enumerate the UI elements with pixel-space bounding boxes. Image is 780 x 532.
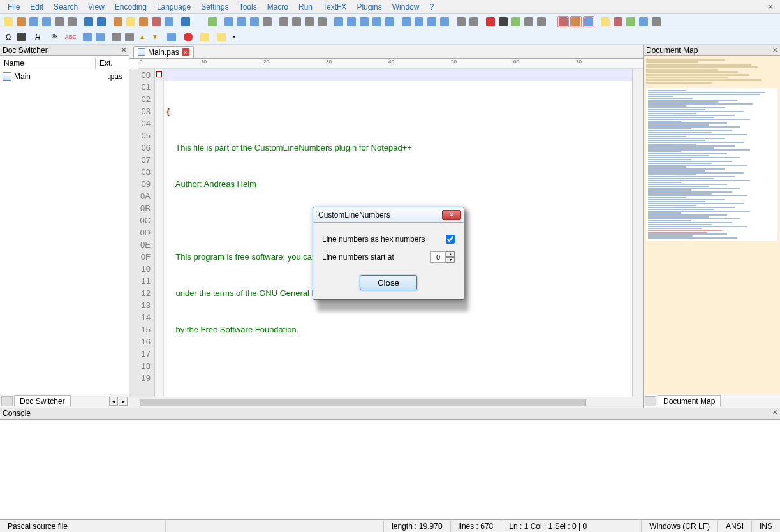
document-map-tab[interactable]: Document Map [658,395,721,406]
plugin-b-icon[interactable] [570,16,582,27]
sync-h-icon[interactable] [439,16,450,27]
file-tab-close-icon[interactable]: × [182,48,189,56]
comment-icon[interactable] [304,16,315,27]
plugin-e-icon[interactable] [612,16,624,27]
menu-macro[interactable]: Macro [262,1,293,13]
docmap-tab-icon[interactable] [645,396,656,406]
tb2-case2-icon[interactable] [124,31,135,43]
menu-language[interactable]: Language [152,1,196,13]
doc-switcher-col-name[interactable]: Name [0,57,96,69]
tb2-dropdown-icon[interactable]: ▾ [228,31,240,43]
menu-window[interactable]: Window [387,1,425,13]
paste-icon[interactable] [138,16,149,27]
open-file-icon[interactable] [15,16,27,27]
menu-edit[interactable]: Edit [25,1,48,13]
plugin-h-icon[interactable] [651,16,662,27]
close-button[interactable]: Close [360,275,417,290]
grid2-icon[interactable] [468,16,480,27]
spin-up-icon[interactable]: ▴ [446,251,455,257]
menu-tools[interactable]: Tools [234,1,262,13]
document-map-close-icon[interactable]: ✕ [772,47,777,54]
close-icon[interactable] [54,16,65,27]
tb2-ball-icon[interactable] [182,31,194,43]
doc-switcher-row[interactable]: Main .pas [0,70,129,83]
bookmark-next-icon[interactable] [236,16,247,27]
tb2-table-icon[interactable] [166,31,177,43]
uncomment-icon[interactable] [316,16,328,27]
scroll-right-icon[interactable]: ▸ [119,397,128,406]
nav-back-icon[interactable] [207,16,218,27]
scroll-left-icon[interactable]: ◂ [109,397,118,406]
tb2-heading-icon[interactable]: H [32,31,43,43]
tb2-eye-icon[interactable]: 👁 [48,31,60,43]
doc-switcher-tab[interactable]: Doc Switcher [14,395,71,406]
undo-icon[interactable] [83,16,94,27]
plugin-d-icon[interactable] [600,16,611,27]
tb2-sort-down-icon[interactable] [82,31,93,43]
menu-view[interactable]: View [83,1,110,13]
copy-icon[interactable] [125,16,136,27]
tb2-spellcheck-icon[interactable]: ABC [65,31,77,43]
vertical-scrollbar[interactable] [632,69,643,397]
save-all-icon[interactable] [41,16,52,27]
show-all-chars-icon[interactable] [346,16,357,27]
zoom-in-icon[interactable] [401,16,412,27]
func-list-icon[interactable] [371,16,383,27]
menu-textfx[interactable]: TextFX [318,1,351,13]
file-tab-main[interactable]: Main.pas × [133,46,194,58]
tb2-doc-icon[interactable] [216,31,227,43]
plugin-a-icon[interactable] [557,16,569,27]
omega-tab-icon[interactable] [1,396,13,406]
menu-run[interactable]: Run [293,1,318,13]
horizontal-scrollbar[interactable] [129,397,643,408]
menu-settings[interactable]: Settings [196,1,233,13]
play-icon[interactable] [510,16,522,27]
console-close-icon[interactable]: ✕ [772,409,777,418]
menu-help[interactable]: ? [424,1,439,13]
status-ovr[interactable]: INS [752,520,780,532]
doc-switcher-col-ext[interactable]: Ext. [96,57,129,69]
status-encoding[interactable]: ANSI [718,520,752,532]
new-file-icon[interactable] [3,16,14,27]
console-body[interactable] [0,420,780,519]
zoom-out-icon[interactable] [413,16,425,27]
menu-file[interactable]: File [3,1,25,13]
tb2-sort-up-icon[interactable] [94,31,106,43]
print-icon[interactable] [66,16,78,27]
bookmark-clear-icon[interactable] [261,16,273,27]
stop-icon[interactable] [497,16,509,27]
bookmark-toggle-icon[interactable] [223,16,235,27]
cut-icon[interactable] [112,16,124,27]
tb2-omega-icon[interactable]: Ω [3,31,14,43]
wordwrap-icon[interactable] [333,16,344,27]
play-multi-icon[interactable] [523,16,534,27]
find-icon[interactable] [180,16,191,27]
delete-icon[interactable] [151,16,162,27]
bookmark-prev-icon[interactable] [249,16,260,27]
plugin-c-icon[interactable] [583,16,594,27]
sync-v-icon[interactable] [426,16,438,27]
redo-icon[interactable] [96,16,107,27]
indent-guide-icon[interactable] [358,16,370,27]
outdent-icon[interactable] [291,16,302,27]
tb2-markdown-icon[interactable] [15,31,27,43]
tb2-case-icon[interactable] [111,31,122,43]
indent-icon[interactable] [278,16,290,27]
select-all-icon[interactable] [163,16,175,27]
grid-icon[interactable] [455,16,467,27]
menu-search[interactable]: Search [48,1,83,13]
dialog-titlebar[interactable]: CustomLineNumbers ✕ [313,207,464,223]
save-macro-icon[interactable] [536,16,547,27]
plugin-g-icon[interactable] [638,16,649,27]
doc-switcher-close-icon[interactable]: ✕ [121,47,126,54]
fold-toggle-icon[interactable]: - [156,71,162,77]
save-icon[interactable] [28,16,40,27]
start-at-input[interactable] [430,251,446,263]
folder-tree-icon[interactable] [384,16,395,27]
menu-plugins[interactable]: Plugins [351,1,386,13]
tb2-tri-down-icon[interactable]: ▼ [149,31,161,43]
dialog-close-icon[interactable]: ✕ [442,210,461,220]
hex-checkbox[interactable] [446,235,455,244]
tb2-flag-icon[interactable] [199,31,210,43]
spin-down-icon[interactable]: ▾ [446,257,455,263]
